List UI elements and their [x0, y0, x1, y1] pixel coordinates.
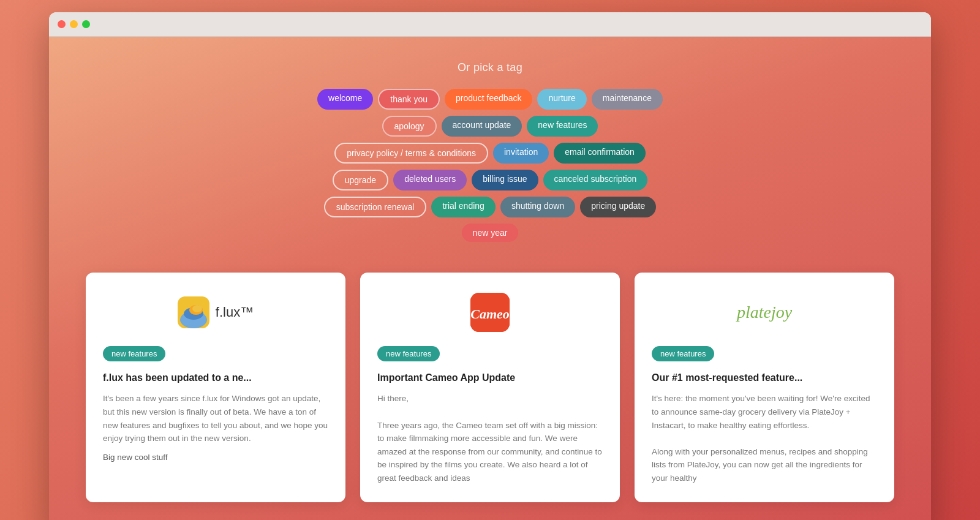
card-flux-tag[interactable]: new features: [103, 346, 165, 361]
dot-green[interactable]: [82, 20, 90, 28]
card-platejoy-tag[interactable]: new features: [652, 346, 714, 361]
tags-row-4: upgrade deleted users billing issue canc…: [333, 170, 647, 190]
tag-invitation[interactable]: invitation: [493, 143, 549, 164]
platejoy-logo: platejoy: [737, 303, 792, 322]
card-platejoy: platejoy new features Our #1 most-reques…: [635, 273, 894, 502]
svg-point-5: [192, 305, 202, 312]
section-title: Or pick a tag: [86, 61, 894, 74]
card-cameo: Cameo new features Important Cameo App U…: [360, 273, 620, 502]
svg-text:Cameo: Cameo: [470, 306, 510, 322]
tag-nurture[interactable]: nurture: [537, 89, 586, 110]
browser-content: Or pick a tag welcome thank you product …: [49, 37, 931, 520]
card-cameo-title: Important Cameo App Update: [377, 371, 603, 385]
tag-trial-ending[interactable]: trial ending: [431, 197, 496, 217]
card-flux-body: It's been a few years since f.lux for Wi…: [103, 392, 328, 445]
dot-yellow[interactable]: [70, 20, 78, 28]
card-flux-title: f.lux has been updated to a ne...: [103, 371, 328, 385]
tag-upgrade[interactable]: upgrade: [333, 170, 388, 190]
tag-account-update[interactable]: account update: [442, 116, 522, 137]
flux-icon: [178, 296, 209, 328]
tags-container: welcome thank you product feedback nurtu…: [86, 89, 894, 242]
card-cameo-tag[interactable]: new features: [377, 346, 440, 361]
tags-row-3: privacy policy / terms & conditions invi…: [334, 143, 646, 164]
card-flux-footer: Big new cool stuff: [103, 453, 328, 462]
tags-row-2: apology account update new features: [382, 116, 598, 137]
cameo-logo: Cameo: [470, 293, 510, 332]
flux-logo: f.lux™: [178, 296, 254, 328]
tags-row-5: subscription renewal trial ending shutti…: [324, 197, 656, 217]
tag-new-features-header[interactable]: new features: [527, 116, 598, 137]
tag-shutting-down[interactable]: shutting down: [500, 197, 575, 217]
tag-privacy-policy[interactable]: privacy policy / terms & conditions: [334, 143, 488, 164]
card-flux: f.lux™ new features f.lux has been updat…: [86, 273, 345, 502]
flux-logo-area: f.lux™: [103, 291, 328, 334]
card-platejoy-title: Our #1 most-requested feature...: [652, 371, 877, 385]
dot-red[interactable]: [58, 20, 66, 28]
tag-welcome[interactable]: welcome: [317, 89, 373, 110]
tag-email-confirmation[interactable]: email confirmation: [554, 143, 646, 164]
tag-canceled-subscription[interactable]: canceled subscription: [543, 170, 648, 190]
browser-dots: [58, 20, 90, 28]
browser-titlebar: [49, 12, 931, 37]
tag-deleted-users[interactable]: deleted users: [393, 170, 467, 190]
tag-product-feedback[interactable]: product feedback: [445, 89, 532, 110]
tag-billing-issue[interactable]: billing issue: [472, 170, 538, 190]
cards-container: f.lux™ new features f.lux has been updat…: [86, 273, 894, 502]
card-cameo-body: Hi there, Three years ago, the Cameo tea…: [377, 392, 603, 484]
tags-row-1: welcome thank you product feedback nurtu…: [317, 89, 663, 110]
flux-name: f.lux™: [216, 304, 254, 320]
platejoy-logo-area: platejoy: [652, 291, 877, 334]
browser-window: Or pick a tag welcome thank you product …: [49, 12, 931, 520]
tags-row-6: new year: [462, 224, 519, 242]
tag-apology[interactable]: apology: [382, 116, 437, 137]
card-platejoy-body: It's here: the moment you've been waitin…: [652, 392, 877, 484]
tag-thank-you[interactable]: thank you: [378, 89, 440, 110]
tag-maintenance[interactable]: maintenance: [592, 89, 663, 110]
tag-pricing-update[interactable]: pricing update: [580, 197, 656, 217]
tag-subscription-renewal[interactable]: subscription renewal: [324, 197, 427, 217]
tag-new-year[interactable]: new year: [462, 224, 519, 242]
cameo-logo-area: Cameo: [377, 291, 603, 334]
